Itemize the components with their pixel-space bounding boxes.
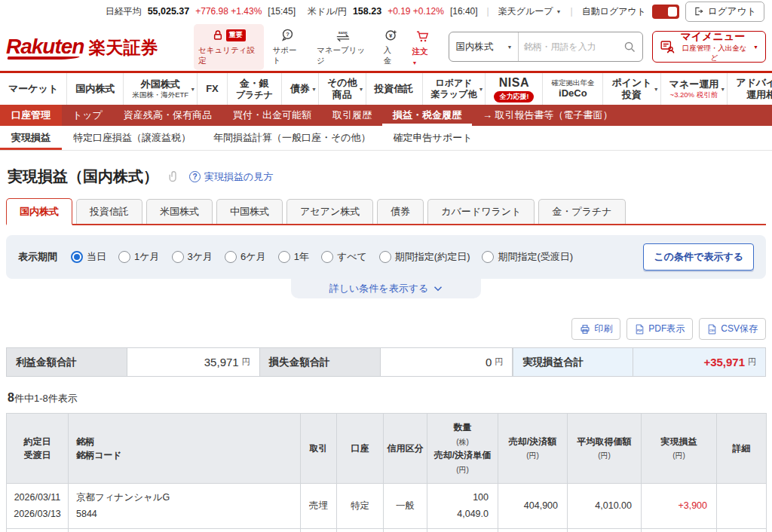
security-settings-link[interactable]: 重要 セキュリティ設定: [194, 24, 264, 70]
paperclip-icon[interactable]: [167, 170, 180, 183]
nikkei-change: +776.98 +1.43%: [195, 6, 262, 17]
nav-other-products[interactable]: その他商品▼: [319, 73, 366, 105]
tab-gold-platinum[interactable]: 金・プラチナ: [538, 199, 625, 224]
radio-icon: [321, 251, 333, 263]
tab-bonds[interactable]: 債券: [377, 199, 424, 224]
radio-today[interactable]: 当日: [71, 250, 106, 264]
tab-china-stocks[interactable]: 中国株式: [216, 199, 283, 224]
csv-save-button[interactable]: CSV CSV保存: [699, 318, 766, 340]
radio-6months[interactable]: 6ケ月: [225, 250, 266, 264]
nav-account-management[interactable]: 口座管理: [0, 105, 62, 126]
radio-range-trade-date[interactable]: 期間指定(約定日): [379, 250, 470, 264]
tab-realized-pl[interactable]: 実現損益: [0, 126, 62, 150]
nav-domestic-stocks[interactable]: 国内株式: [67, 73, 124, 105]
cell-dates: 2026/03/112026/03/13: [7, 484, 69, 529]
cell-margin: 一般: [384, 484, 427, 529]
chevron-down-icon: ▼: [190, 87, 195, 92]
support-chat-icon: ?: [280, 28, 295, 42]
cell-name: 京都フィナンシャルG5844: [69, 484, 301, 529]
tab-tax-return-support[interactable]: 確定申告サポート: [382, 126, 484, 150]
support-link[interactable]: ? サポート: [268, 24, 308, 70]
logout-button[interactable]: ログアウト: [685, 2, 764, 22]
my-menu-icon: [660, 38, 676, 55]
account-nav-available-funds[interactable]: 買付・出金可能額: [222, 105, 322, 126]
pdf-file-icon: PDF: [635, 324, 645, 335]
nav-nisa[interactable]: NISA全力応援!: [486, 73, 543, 105]
nav-advisor[interactable]: アドバイザー運用相談▼: [728, 73, 772, 105]
nav-bonds[interactable]: 債券▼: [282, 73, 319, 105]
rakuten-group-menu[interactable]: 楽天グループ ▼: [498, 5, 562, 18]
money-bridge-link[interactable]: BANK マネーブリッジ: [312, 24, 375, 70]
cell-name: 京都フィナンシャルG: [69, 528, 301, 532]
export-actions: 印刷 PDF PDF表示 CSV CSV保存: [6, 318, 766, 340]
radio-1month[interactable]: 1ケ月: [118, 250, 160, 264]
auto-logout-label: 自動ログアウト: [582, 5, 646, 18]
category-tabs: 国内株式 投資信託 米国株式 中国株式 アセアン株式 債券 カバードワラント 金…: [6, 198, 766, 225]
cell-account: 特定: [337, 528, 384, 532]
account-nav-pl-tax-history[interactable]: 損益・税金履歴: [382, 105, 472, 126]
chevron-down-icon: ▼: [654, 87, 659, 92]
radio-1year[interactable]: 1年: [278, 250, 309, 264]
nikkei-label: 日経平均: [106, 5, 142, 18]
radio-icon: [482, 251, 494, 263]
pdf-view-button[interactable]: PDF PDF表示: [626, 318, 693, 340]
search-category-select[interactable]: 国内株式 ▼: [449, 32, 519, 61]
tab-specific-account-pl[interactable]: 特定口座損益（譲渡益税）: [62, 126, 202, 150]
auto-logout-toggle[interactable]: [652, 5, 679, 19]
my-menu-button[interactable]: マイメニュー 口座管理・入出金など ▼: [652, 31, 766, 63]
cell-sale-amount: 405,000: [498, 528, 568, 532]
cell-avg-cost: 4,030.00: [568, 528, 642, 532]
print-button[interactable]: 印刷: [571, 318, 620, 340]
nav-roboad[interactable]: ロボアド楽ラップ他▼: [423, 73, 486, 105]
tab-asean-stocks[interactable]: アセアン株式: [286, 199, 373, 224]
bank-bridge-icon: BANK: [335, 29, 351, 42]
order-link[interactable]: 注文 ▼: [407, 26, 438, 70]
deposit-link[interactable]: ¥ 入金: [379, 24, 403, 70]
pl-help-link[interactable]: ? 実現損益の見方: [189, 170, 273, 184]
chevron-down-icon: ▼: [412, 60, 417, 66]
cell-detail: [717, 528, 767, 532]
nav-point-investment[interactable]: ポイント投資▼: [603, 73, 660, 105]
account-nav-top[interactable]: トップ: [62, 105, 113, 126]
search-input[interactable]: [519, 41, 623, 52]
apply-filter-button[interactable]: この条件で表示する: [643, 243, 754, 271]
nav-money-management[interactable]: マネー運用~3.20% 税引前▼: [661, 73, 728, 105]
nav-mutual-funds[interactable]: 投資信託: [366, 73, 423, 105]
tab-covered-warrants[interactable]: カバードワラント: [427, 199, 535, 224]
radio-icon: [172, 251, 184, 263]
cell-dates: 2026/03/11: [7, 528, 69, 532]
tab-domestic-stocks[interactable]: 国内株式: [6, 198, 72, 225]
radio-3months[interactable]: 3ケ月: [172, 250, 213, 264]
question-circle-icon: ?: [189, 171, 201, 182]
usdjpy-change: +0.19 +0.12%: [388, 6, 444, 17]
site-search: 国内株式 ▼: [449, 32, 643, 62]
nav-ideco[interactable]: 確定拠出年金iDeCo: [543, 73, 603, 105]
chevron-down-icon: ▼: [478, 87, 483, 92]
radio-range-settle-date[interactable]: 期間指定(受渡日): [482, 250, 573, 264]
title-row: 実現損益（国内株式） ? 実現損益の見方: [8, 167, 764, 187]
logout-icon: [694, 6, 704, 17]
account-nav-trade-history[interactable]: 取引履歴: [322, 105, 382, 126]
nav-foreign-stocks[interactable]: 外国株式米国株・海外ETF▼: [124, 73, 198, 105]
tab-mutual-funds[interactable]: 投資信託: [76, 199, 142, 224]
account-nav-trade-reports[interactable]: → 取引報告書等（電子書面）: [472, 105, 623, 126]
tab-us-stocks[interactable]: 米国株式: [146, 199, 213, 224]
cell-margin: 一般: [384, 528, 427, 532]
header-quick-links: 重要 セキュリティ設定 ? サポート BANK マネーブリッジ ¥: [194, 24, 438, 70]
radio-all[interactable]: すべて: [321, 250, 367, 264]
chevron-down-icon: ▼: [720, 87, 725, 92]
nav-fx[interactable]: FX: [198, 73, 228, 105]
col-sale-amount: 売却/決済額(円): [498, 414, 568, 484]
radio-icon: [379, 251, 391, 263]
nav-market[interactable]: マーケット: [0, 73, 67, 105]
profit-total-value: 35,971円: [127, 348, 260, 376]
account-nav-balance[interactable]: 資産残高・保有商品: [113, 105, 222, 126]
search-icon[interactable]: [623, 41, 636, 54]
col-realized-pl: 実現損益(円): [642, 414, 717, 484]
expand-conditions-link[interactable]: 詳しい条件を表示する: [291, 279, 481, 298]
rakuten-securities-logo[interactable]: Rakuten 楽天証券: [6, 35, 191, 60]
tab-annual-pl-calc[interactable]: 年間損益計算（一般口座・その他）: [202, 126, 382, 150]
main-nav: マーケット 国内株式 外国株式米国株・海外ETF▼ FX 金・銀プラチナ 債券▼…: [0, 73, 772, 105]
nav-gold-platinum[interactable]: 金・銀プラチナ: [228, 73, 282, 105]
realized-pl-table: 約定日受渡日 銘柄銘柄コード 取引 口座 信用区分 数量(株)売却/決済単価(円…: [6, 413, 767, 532]
